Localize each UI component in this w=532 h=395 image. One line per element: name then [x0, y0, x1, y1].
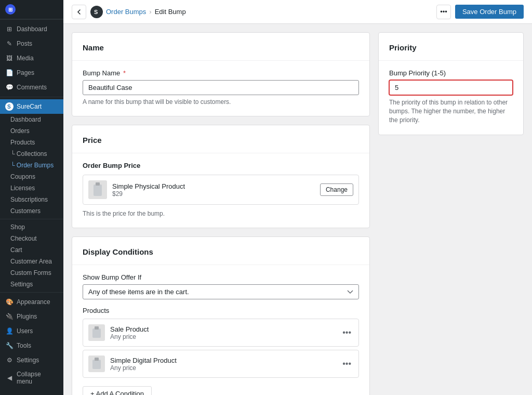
- price-card: Price Order Bump Price Simple Physical P…: [72, 125, 370, 228]
- more-options-button[interactable]: •••: [436, 5, 451, 19]
- side-column: Priority Bump Priority (1-5) The priorit…: [378, 32, 524, 387]
- display-conditions-card: Display Conditions Show Bump Offer If An…: [72, 236, 370, 395]
- sidebar-item-media[interactable]: 🖼 Media: [0, 51, 63, 65]
- priority-hint: The priority of this bump in relation to…: [389, 98, 513, 124]
- sidebar-item-pages[interactable]: 📄 Pages: [0, 65, 63, 80]
- breadcrumb-sep-1: ›: [149, 8, 151, 16]
- save-order-bump-button[interactable]: Save Order Bump: [455, 5, 524, 19]
- sidebar-item-posts[interactable]: ✎ Posts: [0, 36, 63, 51]
- pages-icon: 📄: [5, 69, 14, 77]
- sidebar-surecart-section: S SureCart Dashboard Orders Products └ C…: [0, 97, 63, 219]
- price-card-title: Price: [83, 136, 359, 144]
- price-divider: [72, 153, 369, 153]
- users-icon: 👤: [5, 327, 14, 335]
- bump-priority-label: Bump Priority (1-5): [389, 69, 513, 77]
- content-area: Name Bump Name * A name for this bump th…: [63, 24, 532, 395]
- plugins-icon: 🔌: [5, 312, 14, 321]
- change-product-button[interactable]: Change: [320, 183, 353, 196]
- collapse-icon: ◀: [5, 374, 14, 382]
- sidebar-item-products[interactable]: Products: [0, 137, 63, 148]
- media-icon: 🖼: [5, 54, 14, 62]
- order-bump-price-label: Order Bump Price: [83, 162, 359, 169]
- sidebar-item-order-bumps[interactable]: └ Order Bumps: [0, 160, 63, 171]
- sidebar-item-tools[interactable]: 🔧 Tools: [0, 338, 63, 353]
- sidebar-item-shop[interactable]: Shop: [0, 221, 63, 233]
- sidebar-item-settings-wp[interactable]: ⚙ Settings: [0, 353, 63, 367]
- sidebar-item-coupons[interactable]: Coupons: [0, 171, 63, 182]
- sidebar-item-plugins[interactable]: 🔌 Plugins: [0, 309, 63, 324]
- show-bump-label: Show Bump Offer If: [83, 273, 359, 281]
- sidebar-item-surecart[interactable]: S SureCart: [0, 99, 63, 114]
- breadcrumb-current: Edit Bump: [155, 8, 186, 16]
- sidebar-bottom-section: 🎨 Appearance 🔌 Plugins 👤 Users 🔧 Tools ⚙…: [0, 292, 63, 390]
- svg-rect-9: [95, 358, 99, 361]
- sidebar-item-appearance[interactable]: 🎨 Appearance: [0, 295, 63, 309]
- surecart-icon: S: [5, 102, 14, 111]
- bump-name-hint: A name for this bump that will be visibl…: [83, 98, 359, 106]
- name-card: Name Bump Name * A name for this bump th…: [72, 32, 370, 116]
- breadcrumb: S Order Bumps › Edit Bump: [90, 6, 186, 18]
- list-item: Sale Product Any price •••: [83, 319, 359, 347]
- show-bump-select[interactable]: Any of these items are in the cart. All …: [83, 284, 359, 299]
- digital-product-info: Simple Digital Product Any price: [110, 357, 335, 372]
- comments-icon: 💬: [5, 83, 14, 91]
- digital-product-more-button[interactable]: •••: [340, 358, 353, 370]
- back-button[interactable]: [72, 5, 86, 19]
- sidebar-item-customers[interactable]: Customers: [0, 205, 63, 217]
- sidebar-item-comments[interactable]: 💬 Comments: [0, 80, 63, 95]
- breadcrumb-order-bumps-link[interactable]: Order Bumps: [106, 8, 146, 16]
- product-info: Simple Physical Product $29: [112, 182, 315, 198]
- priority-card: Priority Bump Priority (1-5) The priorit…: [378, 32, 524, 135]
- list-item: Simple Digital Product Any price •••: [83, 350, 359, 378]
- svg-rect-5: [96, 182, 100, 186]
- priority-divider: [379, 60, 523, 61]
- product-price-row: Simple Physical Product $29 Change: [83, 175, 359, 205]
- svg-text:S: S: [94, 9, 98, 15]
- digital-product-name: Simple Digital Product: [110, 357, 335, 364]
- product-price: $29: [112, 190, 315, 198]
- sidebar-item-custom-forms[interactable]: Custom Forms: [0, 267, 63, 279]
- sale-product-info: Sale Product Any price: [110, 325, 335, 340]
- bump-name-input[interactable]: [83, 80, 359, 95]
- digital-product-thumb: [88, 356, 105, 372]
- bump-priority-input[interactable]: [389, 80, 513, 95]
- sidebar-item-orders[interactable]: Orders: [0, 125, 63, 137]
- sale-product-name: Sale Product: [110, 325, 335, 333]
- name-divider: [72, 60, 369, 61]
- display-conditions-title: Display Conditions: [83, 247, 359, 256]
- sidebar-item-subscriptions[interactable]: Subscriptions: [0, 194, 63, 205]
- price-hint: This is the price for the bump.: [83, 210, 359, 217]
- digital-product-sub: Any price: [110, 364, 335, 372]
- sidebar-logo: ⊞: [0, 0, 63, 19]
- sidebar-item-dashboard[interactable]: ⊞ Dashboard: [0, 22, 63, 36]
- sidebar-item-collapse[interactable]: ◀ Collapse menu: [0, 367, 63, 388]
- tools-icon: 🔧: [5, 341, 14, 350]
- sidebar-wp-section: ⊞ Dashboard ✎ Posts 🖼 Media 📄 Pages 💬 Co…: [0, 19, 63, 97]
- dashboard-icon: ⊞: [5, 4, 16, 15]
- product-name: Simple Physical Product: [112, 182, 315, 190]
- sale-product-sub: Any price: [110, 333, 335, 340]
- sidebar-item-settings-sc[interactable]: Settings: [0, 279, 63, 290]
- svg-rect-6: [92, 328, 101, 338]
- sidebar-item-cart[interactable]: Cart: [0, 244, 63, 256]
- name-card-title: Name: [83, 43, 359, 52]
- sidebar: ⊞ ⊞ Dashboard ✎ Posts 🖼 Media 📄 Pages 💬 …: [0, 0, 63, 395]
- sidebar-item-users[interactable]: 👤 Users: [0, 324, 63, 338]
- sidebar-item-customer-area[interactable]: Customer Area: [0, 256, 63, 267]
- required-indicator: *: [123, 69, 126, 77]
- sale-product-thumb: [88, 324, 105, 341]
- dashboard-wp-icon: ⊞: [5, 25, 14, 33]
- priority-card-title: Priority: [389, 43, 513, 52]
- product-thumb: [88, 180, 107, 199]
- sidebar-shop-section: Shop Checkout Cart Customer Area Custom …: [0, 219, 63, 292]
- sidebar-item-dashboard-sc[interactable]: Dashboard: [0, 114, 63, 125]
- sidebar-item-licenses[interactable]: Licenses: [0, 182, 63, 194]
- sidebar-item-collections[interactable]: └ Collections: [0, 148, 63, 160]
- settings-icon: ⚙: [5, 356, 14, 364]
- svg-text:S: S: [7, 104, 11, 110]
- products-section-label: Products: [83, 307, 359, 314]
- sale-product-more-button[interactable]: •••: [340, 327, 353, 338]
- surecart-brand-icon: S: [90, 6, 103, 18]
- sidebar-item-checkout[interactable]: Checkout: [0, 233, 63, 244]
- add-condition-button[interactable]: + Add A Condition: [83, 386, 152, 395]
